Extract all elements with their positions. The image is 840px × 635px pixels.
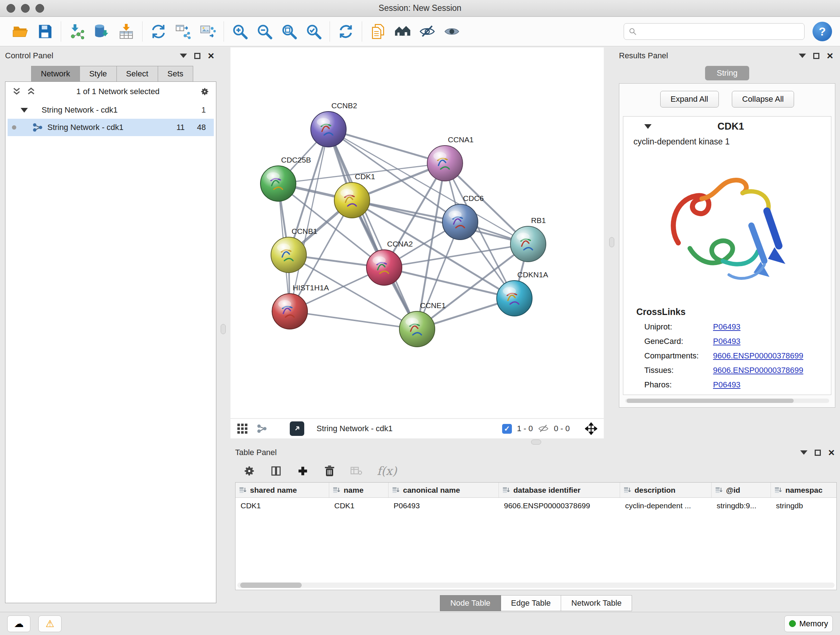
search-input[interactable] — [641, 27, 800, 36]
expand-all-button[interactable]: Expand All — [660, 91, 719, 108]
home-button[interactable] — [392, 21, 413, 42]
expand-all-icon[interactable] — [27, 87, 36, 96]
table-row[interactable]: CDK1 CDK1 P06493 9606.ENSP00000378699 cy… — [235, 498, 836, 514]
close-panel-icon[interactable]: × — [827, 52, 833, 59]
close-window-button[interactable] — [6, 4, 15, 13]
network-node[interactable] — [334, 182, 370, 218]
pan-move-icon[interactable] — [585, 423, 597, 435]
float-panel-icon[interactable] — [815, 450, 821, 456]
export-image-button[interactable] — [197, 21, 218, 42]
zoom-out-button[interactable] — [254, 21, 275, 42]
splitter-handle-bottom[interactable] — [531, 440, 541, 445]
delete-icon[interactable] — [324, 465, 336, 477]
network-node[interactable] — [311, 111, 346, 147]
network-icon — [32, 122, 43, 133]
column-header[interactable]: database identifier — [499, 483, 620, 497]
tab-style[interactable]: Style — [80, 66, 117, 82]
network-node[interactable] — [261, 166, 296, 201]
grid-view-button[interactable] — [237, 423, 248, 434]
gene-name: CDK1 — [652, 121, 831, 132]
memory-button[interactable]: Memory — [784, 616, 833, 632]
show-details-button[interactable] — [441, 21, 462, 42]
search-field — [624, 23, 805, 40]
minimize-window-button[interactable] — [21, 4, 30, 13]
table-horizontal-scrollbar[interactable] — [237, 583, 835, 588]
network-node[interactable] — [272, 294, 308, 329]
tab-network-table[interactable]: Network Table — [561, 595, 632, 611]
import-network-icon — [69, 23, 85, 40]
import-table-button[interactable] — [116, 21, 137, 42]
refresh-network-button[interactable] — [148, 21, 169, 42]
network-collection-row[interactable]: String Network - cdk1 1 — [5, 101, 216, 119]
close-panel-icon[interactable]: × — [828, 449, 835, 456]
column-header[interactable]: @id — [712, 483, 771, 497]
zoom-selected-button[interactable] — [303, 21, 324, 42]
splitter-handle-right[interactable] — [609, 237, 614, 247]
network-node[interactable] — [497, 280, 532, 316]
collapse-all-icon[interactable] — [12, 87, 21, 96]
results-horizontal-scrollbar[interactable] — [625, 399, 829, 403]
network-node[interactable] — [271, 237, 306, 272]
help-button[interactable]: ? — [813, 22, 832, 41]
disclosure-triangle-icon[interactable] — [644, 124, 652, 129]
network-list-toolbar: 1 of 1 Network selected — [5, 82, 216, 101]
zoom-fit-button[interactable] — [279, 21, 300, 42]
float-panel-icon[interactable] — [194, 53, 201, 59]
import-network-database-button[interactable] — [91, 21, 112, 42]
crosslink-link[interactable]: P06493 — [713, 322, 741, 332]
collapse-panel-icon[interactable] — [800, 450, 807, 455]
network-node[interactable] — [399, 311, 435, 347]
columns-icon[interactable] — [270, 465, 282, 477]
column-header[interactable]: name — [329, 483, 388, 497]
collapse-all-button[interactable]: Collapse All — [732, 91, 794, 108]
add-column-icon[interactable] — [297, 465, 309, 477]
float-panel-icon[interactable] — [813, 53, 819, 59]
scrollbar-thumb[interactable] — [240, 583, 302, 588]
network-thumbnail-button[interactable] — [256, 423, 267, 434]
cloud-status-button[interactable]: ☁ — [7, 616, 30, 632]
crosslink-link[interactable]: P06493 — [713, 380, 741, 390]
gene-section-header[interactable]: CDK1 — [623, 117, 831, 136]
splitter-handle-left[interactable] — [221, 324, 226, 334]
table-cell: CDK1 — [235, 501, 329, 510]
crosslink-link[interactable]: 9606.ENSP00000378699 — [713, 351, 804, 361]
network-node[interactable] — [366, 250, 402, 285]
column-header[interactable]: shared name — [235, 483, 329, 497]
scrollbar-thumb[interactable] — [627, 399, 794, 403]
network-node[interactable] — [510, 226, 546, 262]
open-session-button[interactable] — [10, 21, 31, 42]
tab-node-table[interactable]: Node Table — [440, 595, 501, 611]
warnings-button[interactable]: ⚠ — [38, 616, 62, 632]
gear-icon[interactable] — [200, 87, 210, 96]
disclosure-triangle-icon[interactable] — [21, 108, 28, 112]
selected-checkbox[interactable]: ✓ — [502, 424, 512, 434]
network-view[interactable]: CCNB2CCNA1CDC25BCDK1CDC6RB1CCNB1CCNA2CDK… — [231, 48, 604, 418]
network-node[interactable] — [442, 204, 478, 240]
tab-select[interactable]: Select — [117, 66, 158, 82]
collapse-panel-icon[interactable] — [799, 54, 806, 58]
column-header[interactable]: canonical name — [388, 483, 499, 497]
close-panel-icon[interactable]: × — [208, 52, 214, 59]
crosslink-link[interactable]: P06493 — [713, 337, 741, 346]
tab-string[interactable]: String — [705, 66, 749, 80]
tab-network[interactable]: Network — [31, 66, 80, 82]
collapse-panel-icon[interactable] — [180, 54, 187, 58]
save-session-button[interactable] — [34, 21, 55, 42]
hide-details-button[interactable] — [417, 21, 438, 42]
crosslink-link[interactable]: 9606.ENSP00000378699 — [713, 366, 804, 375]
birdseye-view-button[interactable] — [290, 421, 304, 436]
network-row-selected[interactable]: String Network - cdk1 11 48 — [8, 119, 214, 136]
column-header[interactable]: description — [620, 483, 712, 497]
clone-network-button[interactable] — [172, 21, 194, 42]
column-header[interactable]: namespac — [771, 483, 836, 497]
houses-icon — [394, 23, 411, 40]
network-node[interactable] — [427, 146, 463, 181]
zoom-window-button[interactable] — [35, 4, 44, 13]
tab-sets[interactable]: Sets — [158, 66, 193, 82]
copy-document-button[interactable] — [368, 21, 388, 42]
tab-edge-table[interactable]: Edge Table — [501, 595, 561, 611]
refresh-view-button[interactable] — [335, 21, 356, 42]
gear-icon[interactable] — [243, 465, 256, 477]
zoom-in-button[interactable] — [229, 21, 250, 42]
import-network-file-button[interactable] — [66, 21, 88, 42]
